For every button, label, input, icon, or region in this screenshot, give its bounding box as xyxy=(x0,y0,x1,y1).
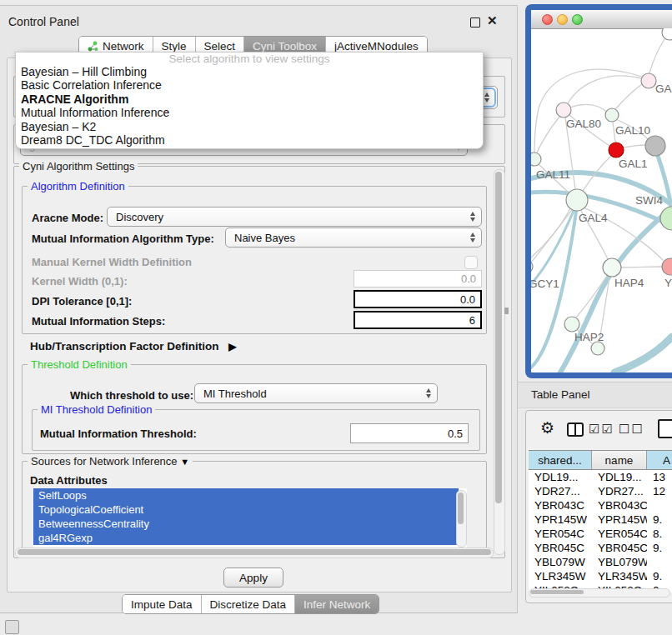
mi-algorithm-type-combo[interactable]: Naive Bayes xyxy=(225,228,482,248)
table-rows: YDL19...YDL19...13YDR27...YDR27...12YBR0… xyxy=(529,470,672,592)
table-cell: YBL079W xyxy=(592,555,647,569)
table-row[interactable]: YER054CYER054C8. xyxy=(529,527,672,541)
close-window-icon[interactable] xyxy=(542,14,553,25)
expanded-arrow-icon[interactable]: ▼ xyxy=(180,457,189,467)
network-node-gal80[interactable] xyxy=(556,102,571,118)
table-row[interactable]: YLR345WYLR345W9. xyxy=(529,569,672,583)
gear-icon[interactable]: ⚙ xyxy=(540,419,554,438)
float-panel-icon[interactable] xyxy=(470,18,480,28)
table-row[interactable]: YDL19...YDL19...13 xyxy=(529,470,672,484)
table-cell: YBR043C xyxy=(592,498,647,512)
network-node-gal[interactable] xyxy=(641,73,656,88)
collapsed-arrow-icon: ▶ xyxy=(228,341,236,352)
scrollbar-thumb[interactable] xyxy=(18,549,491,555)
hub-tf-definition-toggle[interactable]: Hub/Transcription Factor Definition ▶ xyxy=(30,340,237,352)
kernel-width-field[interactable]: 0.0 xyxy=(354,270,482,288)
network-edge[interactable] xyxy=(624,145,645,148)
column-header[interactable]: name xyxy=(592,451,647,469)
algorithm-option[interactable]: Bayesian – Hill Climbing xyxy=(16,65,483,78)
attribute-item[interactable]: BetweennessCentrality xyxy=(33,517,459,531)
table-panel-title: Table Panel xyxy=(531,388,590,401)
settings-vertical-scrollbar[interactable] xyxy=(494,169,505,555)
dpi-tolerance-field[interactable]: 0.0 xyxy=(354,290,482,308)
columns-icon[interactable] xyxy=(567,422,584,437)
network-node-gal11[interactable] xyxy=(531,152,541,166)
apply-button[interactable]: Apply xyxy=(223,568,283,588)
bottom-tab-discretize-data[interactable]: Discretize Data xyxy=(202,595,296,613)
bottom-tab-impute-data[interactable]: Impute Data xyxy=(123,595,202,613)
manual-kernel-checkbox[interactable] xyxy=(464,256,478,269)
network-node[interactable] xyxy=(662,28,672,40)
algorithm-option[interactable]: Mutual Information Inference xyxy=(16,106,483,119)
aracne-mode-combo[interactable]: Discovery xyxy=(107,207,482,227)
attribute-item[interactable]: TopologicalCoefficient xyxy=(33,502,459,517)
node-label: GAL xyxy=(655,82,672,95)
algorithm-option[interactable]: Basic Correlation Inference xyxy=(16,78,483,92)
panel-resize-handle[interactable] xyxy=(504,308,509,314)
algorithm-dropdown-popup: Select algorithm to view settings Bayesi… xyxy=(15,52,484,149)
column-header[interactable]: shared... xyxy=(529,451,592,469)
attribute-item[interactable]: gal4RGexp xyxy=(33,531,459,545)
bottom-tab-infer-network[interactable]: Infer Network xyxy=(295,595,379,613)
network-icon xyxy=(88,41,98,52)
network-node-swi4[interactable] xyxy=(660,207,672,230)
network-edge[interactable] xyxy=(570,104,606,112)
table-cell: YLR345W xyxy=(529,569,592,583)
mi-algorithm-type-label: Mutual Information Algorithm Type: xyxy=(32,232,214,245)
scrollbar-thumb[interactable] xyxy=(458,492,464,524)
table-row[interactable]: YBR045CYBR045C9. xyxy=(529,541,672,555)
network-edge[interactable] xyxy=(537,117,559,152)
settings-horizontal-scrollbar[interactable] xyxy=(15,548,494,558)
algorithm-option[interactable]: ARACNE Algorithm xyxy=(16,92,483,106)
zoom-window-icon[interactable] xyxy=(572,14,583,25)
network-edge[interactable] xyxy=(615,84,642,109)
export-table-icon[interactable] xyxy=(658,419,672,438)
data-attributes-list[interactable]: SelfLoopsTopologicalCoefficientBetweenne… xyxy=(33,488,467,548)
table-cell: YPR145W xyxy=(529,512,592,527)
algorithm-option[interactable]: Dream8 DC_TDC Algorithm xyxy=(16,133,483,147)
network-node-gal1[interactable] xyxy=(609,142,624,158)
scrollbar-thumb[interactable] xyxy=(495,172,502,503)
table-row[interactable]: YBL079WYBL079W xyxy=(529,555,672,569)
which-threshold-combo[interactable]: MI Threshold xyxy=(194,383,438,403)
network-edge[interactable] xyxy=(621,267,662,268)
network-node[interactable] xyxy=(591,342,604,355)
minimize-window-icon[interactable] xyxy=(557,14,568,25)
mi-threshold-field[interactable]: 0.5 xyxy=(350,423,469,443)
node-label: HAP4 xyxy=(614,277,644,289)
docked-panel-icon[interactable] xyxy=(5,620,19,634)
table-cell: YBR045C xyxy=(592,541,647,555)
mi-threshold-group-title: MI Threshold Definition xyxy=(38,403,155,416)
table-row[interactable]: YPR145WYPR145W9. xyxy=(529,512,672,527)
network-edge[interactable] xyxy=(649,39,664,73)
network-edge-highlighted[interactable] xyxy=(614,337,672,372)
close-icon[interactable]: ✕ xyxy=(487,13,498,28)
attributes-list-scrollbar[interactable] xyxy=(456,490,467,548)
network-node-hap2[interactable] xyxy=(564,317,579,332)
tab-label: jActiveMNodules xyxy=(334,40,419,52)
combo-spinner-icon xyxy=(421,385,436,402)
network-node-gal4[interactable] xyxy=(566,189,588,211)
algorithm-option[interactable]: Bayesian – K2 xyxy=(16,120,483,133)
panel-title: Control Panel xyxy=(8,15,79,28)
network-edge-highlighted[interactable] xyxy=(560,211,668,372)
attribute-item[interactable]: SelfLoops xyxy=(33,488,459,502)
column-header[interactable]: A xyxy=(647,451,672,469)
network-node-gal10[interactable] xyxy=(605,108,619,122)
network-node-y[interactable] xyxy=(662,258,672,275)
network-edge[interactable] xyxy=(568,76,641,103)
network-edge[interactable] xyxy=(534,69,642,152)
table-row[interactable]: YDR27...YDR27...12 xyxy=(529,484,672,498)
select-all-checkboxes-icon[interactable]: ☑☑ xyxy=(589,422,614,437)
network-node[interactable] xyxy=(645,136,665,156)
deselect-all-checkboxes-icon[interactable]: ☐☐ xyxy=(619,422,644,437)
table-row[interactable]: YBR043CYBR043C xyxy=(529,498,672,512)
network-window-titlebar[interactable] xyxy=(531,10,672,29)
scrollbar-thumb[interactable] xyxy=(530,590,584,594)
table-horizontal-scrollbar[interactable] xyxy=(529,588,670,598)
which-threshold-value: MI Threshold xyxy=(203,388,267,400)
network-canvas[interactable]: GALGAL80GAL10GAL1GAL11GAL4SWI4GCY1HAP4YH… xyxy=(531,28,672,372)
mi-steps-field[interactable]: 6 xyxy=(354,311,482,329)
network-node-hap4[interactable] xyxy=(603,258,621,277)
combo-spinner-icon xyxy=(465,208,480,225)
